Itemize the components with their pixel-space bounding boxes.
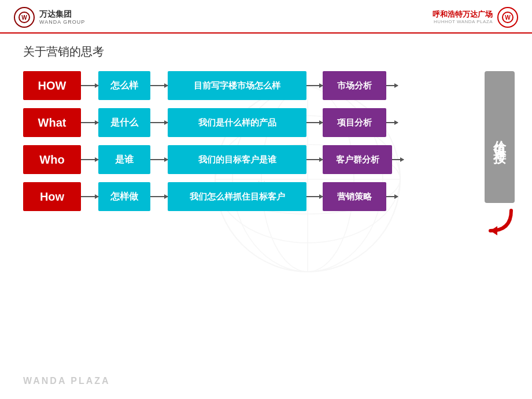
logo-left-cn: 万达集团 bbox=[39, 9, 85, 19]
svg-text:W: W bbox=[21, 14, 27, 21]
connector-4b bbox=[150, 196, 168, 197]
label-box-what: What bbox=[23, 108, 81, 137]
connector-2c bbox=[306, 122, 323, 123]
connector-1c bbox=[306, 85, 323, 86]
connector-2d bbox=[386, 122, 398, 123]
logo-right-icon: W bbox=[497, 7, 518, 28]
logo-right: 呼和浩特万达广场 HUHHOT WANDA PLAZA W bbox=[433, 7, 518, 28]
red-arrow-icon bbox=[485, 208, 515, 239]
right-box-4: 营销策略 bbox=[323, 182, 386, 211]
connector-4c bbox=[306, 196, 323, 197]
logo-right-text: 呼和浩特万达广场 HUHHOT WANDA PLAZA bbox=[433, 10, 493, 24]
desc-box-2: 我们是什么样的产品 bbox=[168, 108, 306, 137]
svg-marker-11 bbox=[490, 226, 497, 235]
connector-1b bbox=[150, 85, 168, 86]
logo-right-cn: 呼和浩特万达广场 bbox=[433, 10, 493, 19]
right-box-3: 客户群分析 bbox=[323, 145, 392, 174]
main-content: HOW 怎么样 目前写字楼市场怎么样 市场分析 What 是什么 我们是什么样的… bbox=[0, 65, 532, 225]
label-box-how2: How bbox=[23, 182, 81, 211]
desc-box-4: 我们怎么样抓住目标客户 bbox=[168, 182, 306, 211]
value-label: 价值对接 bbox=[485, 71, 515, 203]
connector-2a bbox=[81, 122, 98, 123]
middle-box-3: 是谁 bbox=[98, 145, 150, 174]
connector-4d bbox=[386, 196, 398, 197]
middle-box-1: 怎么样 bbox=[98, 71, 150, 100]
connector-3a bbox=[81, 159, 98, 160]
page-title: 关于营销的思考 bbox=[0, 34, 532, 65]
logo-left-en: WANDA GROUP bbox=[39, 19, 85, 25]
desc-box-1: 目前写字楼市场怎么样 bbox=[168, 71, 306, 100]
connector-2b bbox=[150, 122, 168, 123]
connector-1d bbox=[386, 85, 398, 86]
connector-3b bbox=[150, 159, 168, 160]
logo-left: W 万达集团 WANDA GROUP bbox=[14, 7, 85, 28]
diagram-row-4: How 怎样做 我们怎么样抓住目标客户 营销策略 bbox=[23, 182, 515, 211]
logo-left-icon: W bbox=[14, 7, 35, 28]
middle-box-2: 是什么 bbox=[98, 108, 150, 137]
logo-right-en: HUHHOT WANDA PLAZA bbox=[433, 19, 493, 25]
footer-watermark: WANDA PLAZA bbox=[23, 376, 110, 386]
label-box-who: Who bbox=[23, 145, 81, 174]
right-box-2: 项目分析 bbox=[323, 108, 386, 137]
logo-left-text: 万达集团 WANDA GROUP bbox=[39, 9, 85, 25]
connector-4a bbox=[81, 196, 98, 197]
connector-3c bbox=[306, 159, 323, 160]
connector-1a bbox=[81, 85, 98, 86]
diagram-section: HOW 怎么样 目前写字楼市场怎么样 市场分析 What 是什么 我们是什么样的… bbox=[23, 71, 515, 211]
header: W 万达集团 WANDA GROUP 呼和浩特万达广场 HUHHOT WANDA… bbox=[0, 0, 532, 34]
diagram-row-1: HOW 怎么样 目前写字楼市场怎么样 市场分析 bbox=[23, 71, 515, 100]
desc-box-3: 我们的目标客户是谁 bbox=[168, 145, 306, 174]
label-box-how: HOW bbox=[23, 71, 81, 100]
diagram-row-2: What 是什么 我们是什么样的产品 项目分析 bbox=[23, 108, 515, 137]
middle-box-4: 怎样做 bbox=[98, 182, 150, 211]
diagram-row-3: Who 是谁 我们的目标客户是谁 客户群分析 bbox=[23, 145, 515, 174]
rows-container: HOW 怎么样 目前写字楼市场怎么样 市场分析 What 是什么 我们是什么样的… bbox=[23, 71, 515, 211]
right-box-1: 市场分析 bbox=[323, 71, 386, 100]
svg-text:W: W bbox=[505, 14, 511, 21]
connector-3d bbox=[392, 159, 404, 160]
